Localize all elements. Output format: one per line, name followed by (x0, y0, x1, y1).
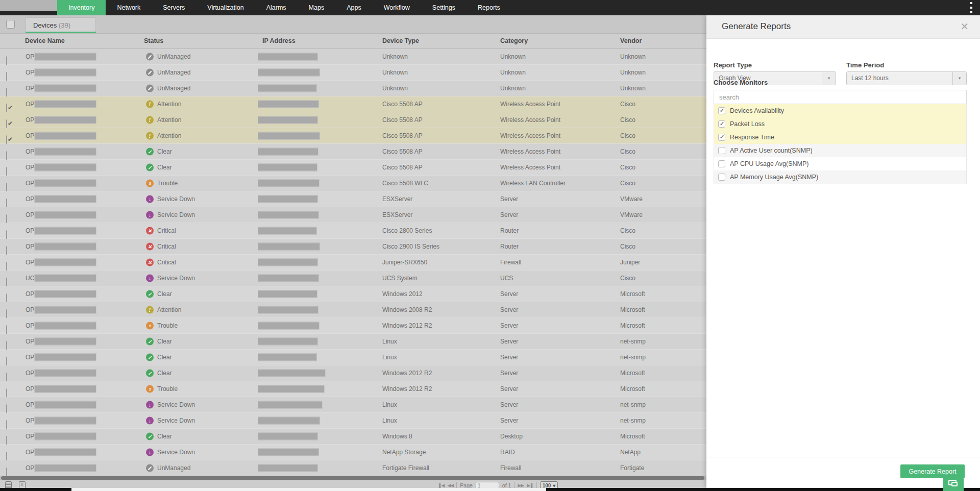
table-row[interactable]: OP ! Attention Cisco 5508 AP Wireless Ac… (0, 96, 706, 112)
monitor-row[interactable]: Response Time (714, 131, 966, 144)
nav-tab-apps[interactable]: Apps (335, 0, 373, 15)
monitor-row[interactable]: AP Memory Usage Avg(SNMP) (714, 170, 966, 184)
tab-devices[interactable]: Devices (39) (26, 17, 96, 33)
nav-tab-network[interactable]: Network (106, 0, 152, 15)
table-row[interactable]: OP UnManaged Unknown Unknown Unknown (0, 49, 706, 65)
scrollbar-thumb[interactable] (1, 476, 704, 480)
table-row[interactable]: UCS ↓ Service Down UCS System UCS Cisco (0, 271, 706, 286)
feedback-chat-icon[interactable] (943, 477, 964, 491)
table-row[interactable]: OP ↓ Service Down ESXServer Server VMwar… (0, 207, 706, 223)
time-period-arrow-icon[interactable]: ▾ (952, 72, 966, 85)
monitor-checkbox[interactable] (718, 160, 725, 167)
cell-vendor: Cisco (620, 180, 635, 187)
table-row[interactable]: OP UnManaged Unknown Unknown Unknown (0, 81, 706, 96)
nav-tab-maps[interactable]: Maps (298, 0, 336, 15)
status-icon: ✓ (146, 148, 154, 156)
status-icon: !! (146, 322, 154, 330)
ip-redaction (258, 164, 317, 171)
table-row[interactable]: OP ✓ Clear Cisco 5508 AP Wireless Access… (0, 160, 706, 176)
monitor-row[interactable]: AP CPU Usage Avg(SNMP) (714, 157, 966, 170)
last-page-icon[interactable]: ▶❚ (527, 483, 533, 488)
ip-redaction (258, 354, 317, 361)
prev-page-icon[interactable]: ◀◀ (447, 483, 453, 488)
cell-category: Server (500, 370, 518, 377)
table-row[interactable]: OP ✓ Clear Cisco 5508 AP Wireless Access… (0, 144, 706, 160)
monitor-row[interactable]: AP Active User count(SNMP) (714, 144, 966, 157)
cell-device-type: UCS System (382, 275, 418, 282)
cell-vendor: Unknown (620, 85, 646, 92)
monitor-checkbox[interactable] (718, 147, 725, 154)
table-row[interactable]: OP ↓ Service Down Linux Server net-snmp (0, 413, 706, 429)
kebab-menu-icon[interactable] (969, 2, 974, 13)
table-row[interactable]: OP UnManaged Unknown Unknown Unknown (0, 65, 706, 81)
status-label: Critical (157, 227, 176, 234)
nav-tab-reports[interactable]: Reports (467, 0, 511, 15)
column-header-category[interactable]: Category (500, 37, 528, 44)
time-period-dropdown[interactable]: Last 12 hours ▾ (846, 71, 967, 85)
table-row[interactable]: OP ! Attention Windows 2008 R2 Server Mi… (0, 302, 706, 318)
column-header-vendor[interactable]: Vendor (620, 37, 642, 44)
close-icon[interactable]: ✕ (960, 20, 969, 33)
cell-device-type: Windows 2012 (382, 290, 423, 298)
nav-tab-inventory[interactable]: Inventory (57, 0, 106, 15)
table-row[interactable]: OP !! Trouble Windows 2012 R2 Server Mic… (0, 318, 706, 334)
table-row[interactable]: OP ✓ Clear Windows 8 Desktop Microsoft (0, 429, 706, 445)
status-label: Critical (157, 259, 176, 266)
monitor-checkbox[interactable] (718, 120, 725, 128)
select-all-checkbox[interactable] (6, 20, 15, 29)
nav-tab-servers[interactable]: Servers (152, 0, 196, 15)
device-name-redaction (34, 464, 96, 472)
device-name-redaction (34, 53, 96, 61)
table-row[interactable]: OP ↓ Service Down ESXServer Server VMwar… (0, 191, 706, 207)
cell-vendor: Microsoft (620, 433, 645, 440)
cell-vendor: Cisco (620, 101, 635, 108)
next-page-icon[interactable]: ▶▶ (518, 483, 524, 488)
status-label: Clear (157, 338, 172, 345)
cell-vendor: Cisco (620, 132, 635, 139)
monitor-checkbox[interactable] (718, 107, 725, 114)
device-name-prefix: OP (26, 195, 34, 203)
column-header-status[interactable]: Status (144, 37, 163, 44)
status-icon: ✓ (146, 433, 154, 440)
column-header-device-type[interactable]: Device Type (382, 37, 419, 44)
device-name-redaction (34, 290, 96, 298)
table-row[interactable]: OP !! Trouble Cisco 5508 WLC Wireless LA… (0, 176, 706, 191)
table-row[interactable]: OP ↓ Service Down NetApp Storage RAID Ne… (0, 445, 706, 460)
table-row[interactable]: OP ↓ Service Down Linux Server net-snmp (0, 397, 706, 413)
table-row[interactable]: OP ✓ Clear Windows 2012 R2 Server Micros… (0, 365, 706, 381)
report-type-arrow-icon[interactable]: ▾ (822, 72, 836, 85)
report-type-label: Report Type (714, 61, 752, 69)
table-row[interactable]: OP ! Attention Cisco 5508 AP Wireless Ac… (0, 112, 706, 128)
table-row[interactable]: OP ✓ Clear Linux Server net-snmp (0, 334, 706, 350)
cell-vendor: Cisco (620, 275, 635, 282)
table-row[interactable]: OP !! Trouble Windows 2012 R2 Server Mic… (0, 381, 706, 397)
table-row[interactable]: OP ! Attention Cisco 5508 AP Wireless Ac… (0, 128, 706, 144)
cell-category: Server (500, 211, 518, 218)
table-row[interactable]: OP UnManaged Fortigate Firewall Firewall… (0, 460, 706, 476)
monitor-label: AP Active User count(SNMP) (730, 147, 813, 154)
table-row[interactable]: OP ✓ Clear Windows 2012 Server Microsoft (0, 286, 706, 302)
monitor-checkbox[interactable] (718, 134, 725, 141)
status-label: UnManaged (157, 464, 190, 472)
nav-tab-alarms[interactable]: Alarms (255, 0, 298, 15)
table-row[interactable]: OP ✕ Critical Cisco 2900 IS Series Route… (0, 239, 706, 255)
nav-tab-settings[interactable]: Settings (421, 0, 467, 15)
nav-tab-workflow[interactable]: Workflow (373, 0, 421, 15)
column-header-ip-address[interactable]: IP Address (262, 37, 296, 44)
monitor-row[interactable]: Packet Loss (714, 117, 966, 131)
table-row[interactable]: OP ✕ Critical Juniper-SRX650 Firewall Ju… (0, 255, 706, 271)
table-row[interactable]: OP ✓ Clear Linux Server net-snmp (0, 350, 706, 365)
device-name-prefix: OP (26, 211, 34, 218)
nav-tab-virtualization[interactable]: Virtualization (196, 0, 255, 15)
first-page-icon[interactable]: ❚◀ (438, 483, 444, 488)
monitor-search-input[interactable] (714, 90, 967, 104)
monitor-row[interactable]: Devices Availability (714, 104, 966, 117)
status-label: Clear (157, 164, 172, 171)
device-tab-bar: Devices (39) (0, 15, 706, 33)
column-header-device-name[interactable]: Device Name (25, 37, 65, 44)
table-row[interactable]: OP ✕ Critical Cisco 2800 Series Router C… (0, 223, 706, 239)
device-name-redaction (34, 306, 96, 314)
monitor-checkbox[interactable] (718, 174, 725, 181)
generate-report-button[interactable]: Generate Report (900, 464, 965, 478)
ip-redaction (258, 227, 317, 235)
